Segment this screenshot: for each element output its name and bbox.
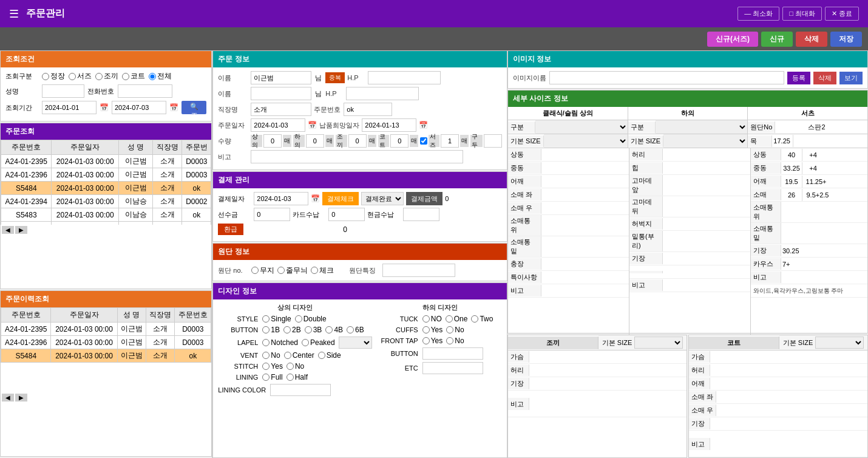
hamburger-icon[interactable]: ☰	[9, 7, 19, 21]
image-view-button[interactable]: 보기	[839, 72, 863, 84]
image-name-input[interactable]	[549, 71, 784, 84]
btn-6b[interactable]: 6B	[347, 326, 364, 334]
order-table-row[interactable]: S54842024-01-03 00:00이근범소개ok	[1, 182, 211, 195]
image-reg-button[interactable]: 등록	[787, 72, 810, 84]
mok-input[interactable]	[772, 135, 793, 147]
scroll-left[interactable]: ◀	[2, 226, 14, 234]
name-input2[interactable]	[251, 87, 311, 100]
somaeu-input[interactable]	[541, 202, 629, 214]
paycheck-button[interactable]: 결제체크	[322, 192, 359, 205]
cal-icon2[interactable]: 📅	[419, 121, 428, 129]
history-table-row[interactable]: A24-01-23962024-01-03 00:00이근범소개D0003	[1, 336, 211, 349]
vent-side[interactable]: Side	[318, 351, 341, 360]
history-table-row[interactable]: S54842024-01-03 00:00이근범소개ok	[1, 349, 211, 363]
hp-input1[interactable]	[368, 71, 441, 84]
cuffs-no[interactable]: No	[446, 326, 464, 334]
coat-eokkae-input[interactable]	[710, 378, 867, 390]
somaetongmil-input[interactable]	[541, 241, 629, 253]
c3-sangdong-val[interactable]	[781, 149, 802, 161]
btn-1b[interactable]: 1B	[262, 326, 280, 334]
search-button[interactable]: 🔍 조회	[181, 101, 206, 114]
hp-input2[interactable]	[346, 87, 419, 100]
c3-gijang-val[interactable]	[781, 245, 867, 257]
paydate-cal[interactable]: 📅	[311, 194, 320, 203]
bigo2-input[interactable]	[663, 279, 750, 292]
type-jeongjang[interactable]: 정장	[42, 71, 65, 81]
delivery-input[interactable]	[362, 118, 416, 132]
c3-eokkae-val[interactable]	[781, 176, 802, 188]
hori-input[interactable]	[663, 149, 750, 161]
vent-no[interactable]: No	[262, 351, 280, 360]
close-button[interactable]: ✕ 종료	[825, 7, 859, 21]
sangdong-input[interactable]	[541, 149, 629, 161]
cash-input[interactable]	[403, 208, 439, 221]
chungjang-input[interactable]	[541, 258, 629, 270]
jungdong-input[interactable]	[541, 162, 629, 174]
name-input1[interactable]	[251, 71, 311, 84]
orderdate-input[interactable]	[251, 118, 305, 132]
tuck-two[interactable]: Two	[471, 315, 493, 323]
sangi-qty[interactable]	[263, 134, 282, 148]
lining-half[interactable]: Half	[287, 373, 308, 381]
order-table-row[interactable]: A24-01-23942024-01-03 00:00이남승소개D0002	[1, 195, 211, 208]
coat-hori-input[interactable]	[710, 364, 867, 377]
coat-size-select[interactable]	[815, 337, 864, 349]
lining-full[interactable]: Full	[262, 373, 282, 381]
lapel-select[interactable]	[339, 337, 372, 349]
jokki-gijang-input[interactable]	[529, 378, 687, 390]
cal-icon[interactable]: 📅	[308, 121, 317, 129]
jokki-qty[interactable]	[348, 134, 367, 148]
fabric-special-input[interactable]	[382, 264, 455, 277]
phone-input[interactable]	[118, 84, 172, 98]
order-list-scroll[interactable]: 주문번호 주문일자 성 명 직장명 주문번 A24-01-23952024-01…	[1, 140, 211, 225]
heobeokji-input[interactable]	[663, 218, 750, 230]
c3-eokkae-val2[interactable]	[802, 176, 830, 188]
scroll-right[interactable]: ▶	[15, 226, 27, 234]
gomadeap-input[interactable]	[663, 179, 750, 191]
fronttap-no[interactable]: No	[446, 337, 464, 345]
gudu-qty[interactable]	[484, 134, 502, 148]
lapel-notched[interactable]: Notched	[262, 338, 298, 347]
c3-somae-val[interactable]	[781, 189, 802, 201]
dup-button[interactable]: 중복	[325, 72, 345, 83]
fabric-check[interactable]: 체크	[311, 265, 334, 276]
new-button[interactable]: 신규	[761, 32, 793, 47]
gomadebui-input[interactable]	[663, 200, 750, 213]
jokki-hori-input[interactable]	[529, 364, 687, 377]
delete-button[interactable]: 삭제	[796, 32, 827, 47]
date-icon[interactable]: 📅	[100, 103, 109, 112]
lining-color-input[interactable]	[270, 384, 331, 396]
refund-button[interactable]: 환급	[218, 224, 243, 235]
coat-somaejwa-input[interactable]	[716, 391, 867, 403]
gubun2-select[interactable]	[656, 120, 748, 134]
fronttap-yes[interactable]: Yes	[422, 337, 443, 345]
mittong-input[interactable]	[663, 235, 750, 247]
fabric-muji[interactable]: 무지	[251, 265, 274, 276]
type-coat[interactable]: 코트	[122, 71, 145, 81]
basicsize1-select[interactable]	[544, 134, 628, 148]
type-seojeu[interactable]: 서즈	[69, 71, 92, 81]
order-table-row[interactable]: S54832024-01-03 00:00이남승소개ok	[1, 208, 211, 222]
jokki-gaseum-input[interactable]	[529, 351, 687, 363]
coat-somaeu-input[interactable]	[716, 405, 867, 417]
gijang2-input[interactable]	[663, 253, 750, 265]
gubun1-select[interactable]	[535, 120, 628, 134]
new-set-button[interactable]: 신규(서즈)	[707, 32, 758, 47]
advance-input[interactable]	[254, 208, 290, 221]
cuffs-yes[interactable]: Yes	[422, 326, 443, 334]
fabric-stripe[interactable]: 줄무늬	[277, 265, 308, 276]
style-single[interactable]: Single	[262, 315, 291, 323]
jokki-size-select[interactable]	[634, 337, 683, 349]
bottom-btn-input[interactable]	[422, 347, 483, 360]
lapel-peaked[interactable]: Peaked	[302, 338, 335, 347]
name-input[interactable]	[42, 84, 84, 98]
order-table-row[interactable]: A24-01-23952024-01-03 00:00이근범소개D0003	[1, 155, 211, 168]
btn-4b[interactable]: 4B	[325, 326, 343, 334]
tuck-one[interactable]: One	[446, 315, 468, 323]
minimize-button[interactable]: — 최소화	[737, 7, 779, 21]
orderno-input[interactable]	[344, 103, 392, 116]
date-from-input[interactable]: 2024-01-01	[42, 101, 97, 114]
c3-jungdong-val2[interactable]	[802, 162, 824, 174]
btn-3b[interactable]: 3B	[305, 326, 322, 334]
h-scroll-left[interactable]: ◀	[2, 394, 14, 402]
